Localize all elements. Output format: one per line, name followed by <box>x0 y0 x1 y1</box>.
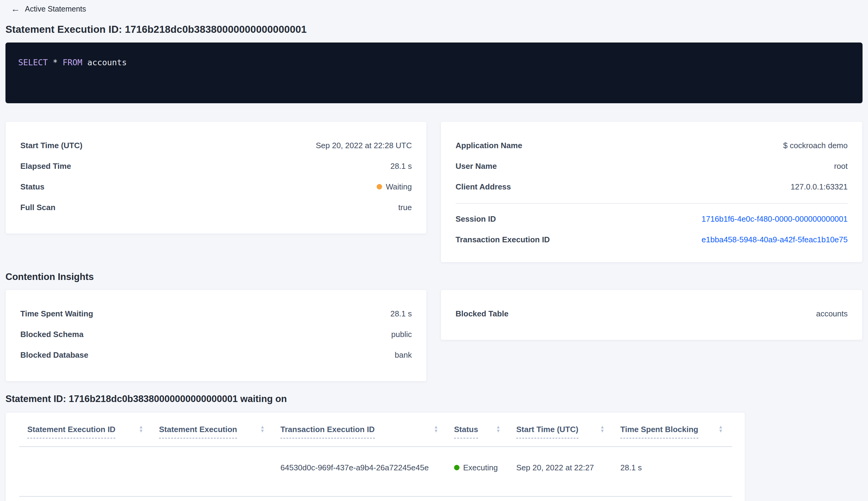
sort-icon[interactable]: ▲▼ <box>600 425 605 433</box>
status-label: Status <box>20 182 44 192</box>
contention-insights-heading: Contention Insights <box>6 271 862 283</box>
sort-icon[interactable]: ▲▼ <box>434 425 438 433</box>
sql-keyword-select: SELECT <box>18 58 48 67</box>
application-name-label: Application Name <box>456 141 522 150</box>
column-label[interactable]: Transaction Execution ID <box>280 425 375 438</box>
table-bottom-divider <box>19 496 732 497</box>
cell-start-time: Sep 20, 2022 at 22:27 <box>516 463 620 472</box>
blocked-schema-value: public <box>391 330 412 339</box>
cell-time-spent-blocking: 28.1 s <box>620 463 739 472</box>
blocked-database-row: Blocked Database bank <box>20 345 412 365</box>
status-waiting-dot-icon <box>377 184 382 190</box>
client-address-row: Client Address 127.0.0.1:63321 <box>456 177 848 197</box>
blocked-database-value: bank <box>395 350 412 360</box>
column-label[interactable]: Statement Execution ID <box>27 425 115 438</box>
user-name-row: User Name root <box>456 156 848 177</box>
session-id-row: Session ID 1716b1f6-4e0c-f480-0000-00000… <box>456 209 848 229</box>
column-label[interactable]: Status <box>454 425 478 438</box>
sort-icon[interactable]: ▲▼ <box>139 425 143 433</box>
column-label[interactable]: Statement Execution <box>159 425 237 438</box>
elapsed-time-label: Elapsed Time <box>20 161 71 171</box>
application-name-row: Application Name $ cockroach demo <box>456 135 848 156</box>
elapsed-time-value: 28.1 s <box>390 161 412 171</box>
full-scan-value: true <box>398 203 412 212</box>
column-header-status: Status ▲▼ <box>454 425 516 438</box>
client-address-label: Client Address <box>456 182 511 192</box>
user-name-value: root <box>834 161 848 171</box>
full-scan-label: Full Scan <box>20 203 56 212</box>
sql-star: * <box>53 58 58 67</box>
status-waiting-text: Waiting <box>386 182 412 192</box>
start-time-label: Start Time (UTC) <box>20 141 83 150</box>
blocked-table-row: Blocked Table accounts <box>456 303 848 324</box>
page-title: Statement Execution ID: 1716b218dc0b3838… <box>6 24 862 35</box>
blocked-table-label: Blocked Table <box>456 309 508 319</box>
column-header-statement-execution-id: Statement Execution ID ▲▼ <box>27 425 159 438</box>
column-header-transaction-execution-id: Transaction Execution ID ▲▼ <box>280 425 454 438</box>
back-link-label: Active Statements <box>25 4 86 13</box>
column-header-start-time: Start Time (UTC) ▲▼ <box>516 425 620 438</box>
waiting-on-table: Statement Execution ID ▲▼ Statement Exec… <box>6 412 745 501</box>
contention-waiting-card: Time Spent Waiting 28.1 s Blocked Schema… <box>6 290 427 381</box>
transaction-execution-id-row: Transaction Execution ID e1bba458-5948-4… <box>456 229 848 250</box>
column-label[interactable]: Time Spent Blocking <box>620 425 698 438</box>
sql-table-name: accounts <box>87 58 127 67</box>
time-spent-waiting-row: Time Spent Waiting 28.1 s <box>20 303 412 324</box>
start-time-row: Start Time (UTC) Sep 20, 2022 at 22:28 U… <box>20 135 412 156</box>
sql-statement-box: SELECT * FROM accounts <box>6 43 862 103</box>
status-row: Status Waiting <box>20 177 412 197</box>
column-header-statement-execution: Statement Execution ▲▼ <box>159 425 280 438</box>
sort-icon[interactable]: ▲▼ <box>718 425 723 433</box>
blocked-schema-row: Blocked Schema public <box>20 324 412 345</box>
time-spent-waiting-value: 28.1 s <box>390 309 412 319</box>
status-executing-text: Executing <box>463 463 498 472</box>
client-address-value: 127.0.0.1:63321 <box>791 182 848 192</box>
waiting-on-heading: Statement ID: 1716b218dc0b38380000000000… <box>6 394 862 404</box>
session-id-link[interactable]: 1716b1f6-4e0c-f480-0000-000000000001 <box>702 214 848 224</box>
full-scan-row: Full Scan true <box>20 197 412 218</box>
blocked-table-value: accounts <box>816 309 848 319</box>
cell-status: Executing <box>454 463 516 472</box>
cell-transaction-execution-id: 64530d0c-969f-437e-a9b4-26a72245e45e <box>280 463 454 472</box>
transaction-execution-id-label: Transaction Execution ID <box>456 235 550 244</box>
sort-icon[interactable]: ▲▼ <box>496 425 500 433</box>
details-cards-row: Start Time (UTC) Sep 20, 2022 at 22:28 U… <box>6 121 862 262</box>
back-link[interactable]: ← Active Statements <box>6 4 862 13</box>
time-spent-waiting-label: Time Spent Waiting <box>20 309 93 319</box>
elapsed-time-row: Elapsed Time 28.1 s <box>20 156 412 177</box>
column-label[interactable]: Start Time (UTC) <box>516 425 578 438</box>
table-header-row: Statement Execution ID ▲▼ Statement Exec… <box>6 425 745 438</box>
status-executing-dot-icon <box>454 465 459 470</box>
column-header-time-spent-blocking: Time Spent Blocking ▲▼ <box>620 425 739 438</box>
start-time-value: Sep 20, 2022 at 22:28 UTC <box>316 141 412 150</box>
blocked-database-label: Blocked Database <box>20 350 88 360</box>
execution-details-card: Start Time (UTC) Sep 20, 2022 at 22:28 U… <box>6 121 427 234</box>
card-divider <box>456 203 848 204</box>
statement-execution-page: ← Active Statements Statement Execution … <box>0 0 868 501</box>
session-id-label: Session ID <box>456 214 496 224</box>
transaction-execution-id-link[interactable]: e1bba458-5948-40a9-a42f-5feac1b10e75 <box>702 235 848 244</box>
sort-icon[interactable]: ▲▼ <box>260 425 265 433</box>
sql-keyword-from: FROM <box>63 58 82 67</box>
contention-cards-row: Time Spent Waiting 28.1 s Blocked Schema… <box>6 290 862 381</box>
session-details-card: Application Name $ cockroach demo User N… <box>441 121 862 262</box>
status-value: Waiting <box>377 182 412 192</box>
application-name-value: $ cockroach demo <box>783 141 848 150</box>
blocked-table-card: Blocked Table accounts <box>441 290 862 340</box>
table-row: 64530d0c-969f-437e-a9b4-26a72245e45e Exe… <box>6 447 745 488</box>
blocked-schema-label: Blocked Schema <box>20 330 84 339</box>
user-name-label: User Name <box>456 161 497 171</box>
back-arrow-icon: ← <box>11 4 20 13</box>
